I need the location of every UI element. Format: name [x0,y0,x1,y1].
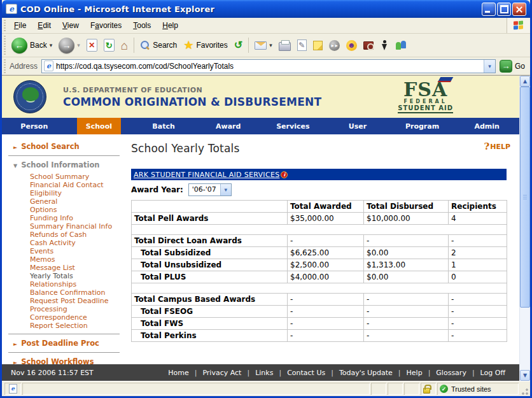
footer-link-help[interactable]: Help [407,369,423,377]
sidebar-item-events[interactable]: Events [30,247,125,255]
tab-user[interactable]: User [325,118,390,134]
tab-award[interactable]: Award [196,118,261,134]
status-pane [404,383,419,395]
scrollbar-thumb[interactable] [520,87,530,308]
ie-icon: e [6,4,17,14]
home-button[interactable]: ⌂ [118,36,131,55]
footer-link-today-s-update[interactable]: Today's Update [339,369,393,377]
row-value: - [288,330,364,342]
scrollbar-track[interactable] [520,87,530,370]
close-button[interactable] [512,3,526,16]
sidebar-item-school-summary[interactable]: School Summary [30,173,125,181]
tab-program[interactable]: Program [390,118,455,134]
footer-link-log-off[interactable]: Log Off [480,369,505,377]
media-sphere-icon: ►► [329,40,340,51]
mail-dropdown-icon[interactable]: ▾ [269,42,272,48]
row-value: - [364,318,449,330]
aim-button[interactable] [377,36,392,55]
footer-separator: | [398,369,401,377]
toolbar-grip[interactable] [3,19,6,32]
sidebar-item-relationships[interactable]: Relationships [30,280,125,288]
scroll-down-icon[interactable]: ▼ [520,370,530,381]
award-year-select[interactable]: '06-'07 ▾ [188,183,232,196]
column-header [132,201,288,213]
notes-button[interactable] [310,36,326,55]
address-input[interactable]: e https://cod.qa.tsysecom.com/cod/School… [41,59,496,73]
column-header: Total Disbursed [364,201,449,213]
menu-favorites[interactable]: Favorites [85,19,127,32]
stop-button[interactable]: ✕ [83,36,101,55]
tab-school[interactable]: School [67,118,132,134]
refresh-button[interactable]: ↻ [101,36,118,55]
address-url[interactable]: https://cod.qa.tsysecom.com/cod/SchoolYe… [56,62,484,71]
toolbar-grip[interactable] [3,59,6,73]
back-dropdown-icon[interactable]: ▾ [50,42,53,48]
school-name-link[interactable]: ARK STUDENT FINANCIAL AID SERVICES [134,171,279,179]
sidebar-item-memos[interactable]: Memos [30,255,125,264]
address-dropdown-icon[interactable]: ▾ [484,60,495,73]
menu-view[interactable]: View [57,19,85,32]
resize-grip[interactable] [520,383,529,395]
footer-link-links[interactable]: Links [255,369,273,377]
edit-page-icon: ✎ [297,39,307,51]
sidebar-item-financial-aid-contact[interactable]: Financial Aid Contact [30,181,125,189]
research-button[interactable] [360,36,377,55]
footer-link-home[interactable]: Home [168,369,188,377]
toolbar-grip[interactable] [3,35,6,55]
back-button[interactable]: ← Back ▾ [8,36,55,55]
sidebar-section-school-search[interactable]: ► School Search [8,139,126,153]
info-icon[interactable]: i [281,171,288,178]
sidebar-item-funding-info[interactable]: Funding Info [30,214,125,222]
sidebar-item-options[interactable]: Options [30,206,125,214]
tab-admin[interactable]: Admin [454,118,519,134]
scroll-up-icon[interactable]: ▲ [520,76,530,87]
sidebar-item-balance-confirmation[interactable]: Balance Confirmation [30,288,125,297]
sidebar-section-school-information[interactable]: ▼ School Information [8,158,126,172]
minimize-button[interactable] [482,3,496,16]
go-button[interactable]: → Go [496,60,530,73]
sidebar-section-post-deadline-proc[interactable]: ► Post Deadline Proc [8,336,126,350]
school-title-bar: ARK STUDENT FINANCIAL AID SERVICES i [131,169,507,180]
row-value: - [364,306,449,318]
history-button[interactable]: ↺ [231,36,246,55]
vertical-scrollbar[interactable]: ▲ ▼ [519,76,530,381]
sidebar-item-cash-activity[interactable]: Cash Activity [30,239,125,247]
tab-person[interactable]: Person [2,118,67,134]
tab-batch[interactable]: Batch [131,118,196,134]
select-dropdown-icon[interactable]: ▾ [220,184,231,195]
sidebar-item-request-post-deadline-processing[interactable]: Request Post Deadline Processing [30,297,125,313]
menu-bar: FileEditViewFavoritesToolsHelp [2,18,530,34]
menu-tools[interactable]: Tools [127,19,157,32]
title-bar[interactable]: e COD Online - Microsoft Internet Explor… [2,0,530,18]
footer-link-privacy-act[interactable]: Privacy Act [202,369,241,377]
tab-services[interactable]: Services [261,118,326,134]
sidebar-item-general[interactable]: General [30,197,125,206]
row-label: Total Perkins [132,330,288,342]
menu-file[interactable]: File [8,19,32,32]
search-button[interactable]: Search [137,36,180,55]
spacer-row [132,225,507,235]
maximize-button[interactable] [497,3,511,16]
sidebar-item-summary-financial-info[interactable]: Summary Financial Info [30,222,125,231]
footer-link-glossary[interactable]: Glossary [436,369,466,377]
media-button[interactable]: ►► [326,36,343,55]
sidebar-item-message-list[interactable]: Message List [30,264,125,272]
sidebar-item-refunds-of-cash[interactable]: Refunds of Cash [30,231,125,239]
help-link[interactable]: ? HELP [484,142,510,152]
sidebar-item-correspondence[interactable]: Correspondence [30,313,125,322]
menu-help[interactable]: Help [157,19,184,32]
yahoo-messenger-button[interactable]: ☻ [343,36,360,55]
edit-button[interactable]: ✎ [294,36,310,55]
messenger-button[interactable] [392,36,410,55]
footer-link-contact-us[interactable]: Contact Us [287,369,325,377]
forward-dropdown-icon[interactable]: ▾ [77,42,80,48]
sidebar-item-report-selection[interactable]: Report Selection [30,322,125,330]
sticky-note-icon [313,41,323,50]
mail-button[interactable]: ▾ [251,36,276,55]
sidebar-section-school-workflows[interactable]: ► School Workflows [8,355,126,364]
print-button[interactable] [276,36,294,55]
forward-button[interactable]: → ▾ [55,36,83,55]
menu-edit[interactable]: Edit [32,19,57,32]
sidebar-item-eligibility[interactable]: Eligibility [30,189,125,197]
favorites-button[interactable]: ★ Favorites [180,36,231,55]
